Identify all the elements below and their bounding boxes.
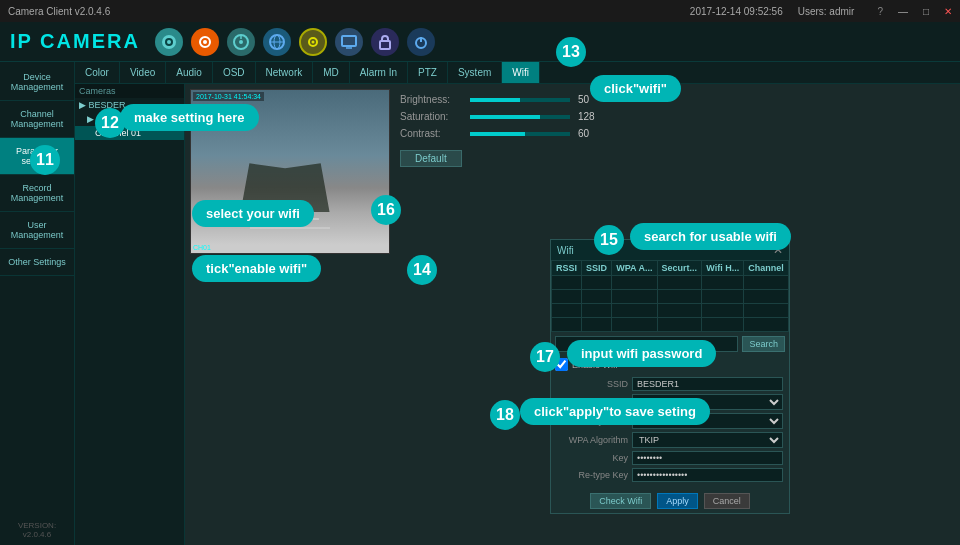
sidebar-item-channel[interactable]: Channel Management	[0, 101, 74, 138]
wpa-algo-label: WPA Algorithm	[557, 435, 632, 445]
tab-bar: Color Video Audio OSD Network MD Alarm I…	[75, 62, 960, 84]
annotation-num-16: 16	[371, 195, 401, 225]
wifi-table: RSSI SSID WPA A... Securt... Wifi H... C…	[551, 260, 789, 332]
annotation-num-18: 18	[490, 400, 520, 430]
annotation-tick-wifi: tick"enable wifi"	[192, 255, 321, 282]
icon-gear[interactable]	[299, 28, 327, 56]
brightness-label: Brightness:	[400, 94, 470, 105]
key-label: Key	[557, 453, 632, 463]
annotation-label-12: make setting here	[120, 104, 259, 131]
tab-audio[interactable]: Audio	[166, 62, 213, 83]
tab-video[interactable]: Video	[120, 62, 166, 83]
saturation-slider[interactable]	[470, 115, 570, 119]
wifi-buttons: Check Wifi Apply Cancel	[551, 489, 789, 513]
sidebar-item-other[interactable]: Other Settings	[0, 249, 74, 276]
sidebar-item-record[interactable]: Record Management	[0, 175, 74, 212]
icon-monitor[interactable]	[335, 28, 363, 56]
key-input[interactable]	[632, 451, 783, 465]
svg-point-2	[167, 40, 171, 44]
app-title: Camera Client v2.0.4.6	[8, 6, 110, 17]
logo: IP CAMERA	[10, 30, 140, 53]
icon-lock[interactable]	[371, 28, 399, 56]
sidebar: Device Management Channel Management Par…	[0, 62, 75, 545]
saturation-label: Saturation:	[400, 111, 470, 122]
col-channel: Channel	[744, 261, 789, 276]
brightness-slider[interactable]	[470, 98, 570, 102]
ssid-label: SSID	[557, 379, 632, 389]
svg-rect-15	[380, 41, 390, 49]
close-btn[interactable]: ✕	[944, 6, 952, 17]
table-row[interactable]	[552, 290, 789, 304]
tab-md[interactable]: MD	[313, 62, 350, 83]
ssid-row: SSID	[557, 377, 783, 391]
icon-camera[interactable]	[155, 28, 183, 56]
wifi-search-btn[interactable]: Search	[742, 336, 785, 352]
col-rssi: RSSI	[552, 261, 582, 276]
icon-globe[interactable]	[263, 28, 291, 56]
minimize-btn[interactable]: ?	[877, 6, 883, 17]
sidebar-item-user[interactable]: User Management	[0, 212, 74, 249]
annotation-num-14: 14	[407, 255, 437, 285]
tab-system[interactable]: System	[448, 62, 502, 83]
retype-key-input[interactable]	[632, 468, 783, 482]
icon-power[interactable]	[407, 28, 435, 56]
annotation-label-18: click"apply"to save seting	[520, 398, 710, 425]
tab-alarm[interactable]: Alarm In	[350, 62, 408, 83]
maximize-btn[interactable]: □	[923, 6, 929, 17]
tab-ptz[interactable]: PTZ	[408, 62, 448, 83]
main-area: Device Management Channel Management Par…	[0, 62, 960, 545]
saturation-value: 128	[578, 111, 595, 122]
wifi-dialog: Wifi ✕ RSSI SSID WPA A... Securt... Wifi…	[550, 239, 790, 514]
brightness-value: 50	[578, 94, 589, 105]
col-wifih: Wifi H...	[702, 261, 744, 276]
minimize-btn[interactable]: —	[898, 6, 908, 17]
default-button[interactable]: Default	[400, 150, 462, 167]
table-row[interactable]	[552, 304, 789, 318]
annotation-select-wifi: select your wifi	[192, 200, 314, 227]
retype-key-row: Re-type Key	[557, 468, 783, 482]
annotation-label-17: input wifi password	[567, 340, 716, 367]
col-wpa: WPA A...	[612, 261, 657, 276]
sidebar-item-device[interactable]: Device Management	[0, 64, 74, 101]
contrast-label: Contrast:	[400, 128, 470, 139]
content-area: Color Video Audio OSD Network MD Alarm I…	[75, 62, 960, 545]
version-label: VERSION: v2.0.4.6	[0, 515, 74, 545]
video-timestamp: 2017-10-31 41:54:34	[193, 92, 264, 101]
annotation-11: 11	[30, 145, 60, 175]
video-channel: CH01	[193, 244, 211, 251]
header: IP CAMERA	[0, 22, 960, 62]
tab-network[interactable]: Network	[256, 62, 314, 83]
wpa-algo-row: WPA Algorithm TKIP	[557, 432, 783, 448]
datetime: 2017-12-14 09:52:56	[690, 6, 783, 17]
annotation-label-15: search for usable wifi	[630, 223, 791, 250]
annotation-num-15: 15	[594, 225, 624, 255]
titlebar: Camera Client v2.0.4.6 2017-12-14 09:52:…	[0, 0, 960, 22]
cancel-btn[interactable]: Cancel	[704, 493, 750, 509]
svg-point-12	[311, 40, 314, 43]
wifi-form: SSID Wifi Mode infrastructure	[551, 373, 789, 489]
col-security: Securt...	[657, 261, 702, 276]
table-row[interactable]	[552, 276, 789, 290]
ssid-input[interactable]	[632, 377, 783, 391]
retype-key-label: Re-type Key	[557, 470, 632, 480]
icon-settings[interactable]	[191, 28, 219, 56]
tab-osd[interactable]: OSD	[213, 62, 256, 83]
tree-header: Cameras	[75, 84, 184, 98]
contrast-slider[interactable]	[470, 132, 570, 136]
users-label: Users: admir	[798, 6, 855, 17]
check-wifi-btn[interactable]: Check Wifi	[590, 493, 651, 509]
table-row[interactable]	[552, 318, 789, 332]
key-row: Key	[557, 451, 783, 465]
annotation-num-17: 17	[530, 342, 560, 372]
tab-color[interactable]: Color	[75, 62, 120, 83]
dialog-title: Wifi	[557, 245, 574, 256]
annotation-label-13: click"wifi"	[590, 75, 681, 102]
tab-wifi[interactable]: Wifi	[502, 62, 540, 83]
icon-steering[interactable]	[227, 28, 255, 56]
wpa-algo-select[interactable]: TKIP	[632, 432, 783, 448]
camera-tree: Cameras ▶ BESDER ▶ 192.168.0.108:80 Chan…	[75, 84, 185, 545]
col-ssid: SSID	[582, 261, 612, 276]
svg-rect-13	[342, 36, 356, 46]
annotation-num-13: 13	[556, 37, 586, 67]
apply-btn[interactable]: Apply	[657, 493, 698, 509]
